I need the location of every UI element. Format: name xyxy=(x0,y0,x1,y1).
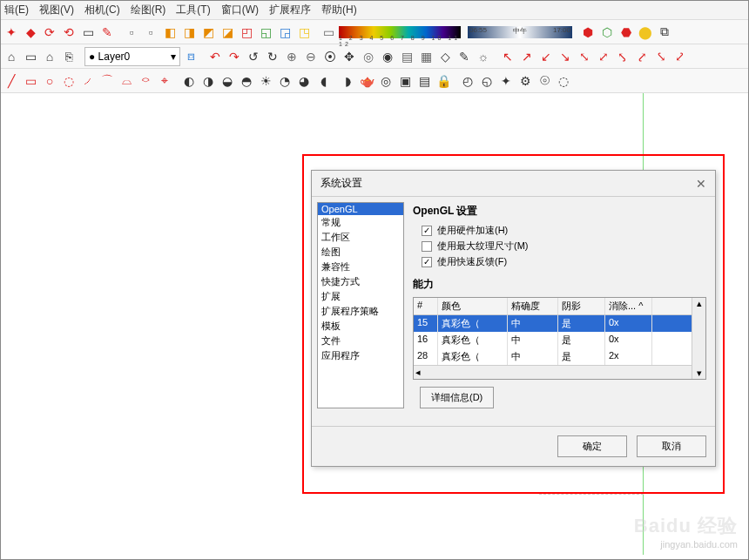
tool-icon[interactable]: ⟲ xyxy=(60,24,78,41)
scroll-left-icon[interactable]: ◂ xyxy=(415,367,421,378)
tool-icon[interactable]: ▤ xyxy=(398,48,415,65)
tool-icon[interactable]: ↗ xyxy=(518,48,536,65)
tool-icon[interactable]: ◓ xyxy=(238,72,255,90)
horizontal-scrollbar[interactable]: ◂ ▸ xyxy=(414,365,705,379)
menu-item[interactable]: 窗口(W) xyxy=(221,3,259,17)
tool-icon[interactable]: ✦ xyxy=(3,24,20,41)
color-gradient[interactable]: 1 2 3 4 5 6 7 8 9 10 11 12 xyxy=(339,26,461,38)
sidebar-item[interactable]: 绘图 xyxy=(318,245,403,260)
tool-icon[interactable]: ◵ xyxy=(478,72,496,90)
tool-icon[interactable]: ◱ xyxy=(257,24,274,41)
tool-icon[interactable]: ◳ xyxy=(295,24,313,41)
tool-icon[interactable]: ◐ xyxy=(180,72,198,90)
tool-icon[interactable]: ◖ xyxy=(314,72,332,90)
tool-icon[interactable]: ▦ xyxy=(417,48,435,65)
tool-icon[interactable]: ◎ xyxy=(360,48,377,65)
tool-icon[interactable]: ⊕ xyxy=(283,48,300,65)
details-button[interactable]: 详细信息(D) xyxy=(420,387,494,408)
col-header[interactable]: 精确度 xyxy=(508,298,558,314)
tool-icon[interactable]: ⧉ xyxy=(656,24,673,41)
scroll-up-icon[interactable]: ▴ xyxy=(697,298,702,309)
tool-icon[interactable]: ⬤ xyxy=(637,24,654,41)
tool-icon[interactable]: ▭ xyxy=(79,24,97,41)
tool-icon[interactable]: ◴ xyxy=(459,72,476,90)
tool-icon[interactable]: ○ xyxy=(41,72,58,90)
tool-icon[interactable]: ⤡ xyxy=(576,48,593,65)
tool-icon[interactable]: ⌒ xyxy=(98,72,116,90)
time-gradient[interactable]: 06:55 中午 17:00 xyxy=(468,26,572,38)
tool-icon[interactable]: ▤ xyxy=(415,72,433,90)
vertical-scrollbar[interactable]: ▴ ▾ xyxy=(692,298,705,379)
sidebar-item[interactable]: 扩展 xyxy=(318,289,403,304)
tool-icon[interactable]: ⤢ xyxy=(595,48,612,65)
tool-icon[interactable]: ⤦ xyxy=(671,48,689,65)
tool-icon[interactable]: ◇ xyxy=(436,48,454,65)
tool-icon[interactable]: ╱ xyxy=(3,72,20,90)
tool-icon[interactable]: ☼ xyxy=(475,48,492,65)
tool-icon[interactable]: ↘ xyxy=(557,48,574,65)
sidebar-item[interactable]: 兼容性 xyxy=(318,260,403,274)
tool-icon[interactable]: ⤥ xyxy=(652,48,670,65)
tool-icon[interactable]: ◎ xyxy=(377,72,395,90)
sidebar-item[interactable]: 常规 xyxy=(318,215,403,230)
tool-icon[interactable]: ⬡ xyxy=(598,24,616,41)
tool-icon[interactable]: ◌ xyxy=(555,72,572,90)
cancel-button[interactable]: 取消 xyxy=(637,435,706,457)
checkbox-row[interactable]: ✓ 使用快速反馈(F) xyxy=(422,255,706,268)
tool-icon[interactable]: ↺ xyxy=(245,48,262,65)
tool-icon[interactable]: ◪ xyxy=(219,24,236,41)
checkbox-icon[interactable]: ✓ xyxy=(422,257,432,267)
tool-icon[interactable]: ▣ xyxy=(396,72,414,90)
dialog-titlebar[interactable]: 系统设置 ✕ xyxy=(312,171,715,197)
tool-icon[interactable]: ↻ xyxy=(264,48,281,65)
tool-icon[interactable]: ✦ xyxy=(497,72,515,90)
tool-icon[interactable]: ⟋ xyxy=(79,72,97,90)
col-header[interactable]: 颜色 xyxy=(438,298,508,314)
tool-icon[interactable]: ◲ xyxy=(276,24,294,41)
sidebar-item[interactable]: OpenGL xyxy=(318,203,403,215)
sidebar-item[interactable]: 快捷方式 xyxy=(318,274,403,289)
tool-icon[interactable]: ◒ xyxy=(219,72,236,90)
ok-button[interactable]: 确定 xyxy=(557,435,627,457)
tool-icon[interactable]: ↙ xyxy=(537,48,555,65)
tool-icon[interactable]: ↷ xyxy=(226,48,243,65)
menu-item[interactable]: 视图(V) xyxy=(39,3,74,17)
tool-icon[interactable]: ▭ xyxy=(22,48,39,65)
sidebar-item[interactable]: 应用程序 xyxy=(318,348,403,363)
tool-icon[interactable]: ⬢ xyxy=(579,24,597,41)
menu-item[interactable]: 绘图(R) xyxy=(131,3,166,17)
tool-icon[interactable]: ⚙ xyxy=(516,72,534,90)
layer-dropdown[interactable]: ● Layer0 ▾ xyxy=(84,47,180,66)
sidebar-item[interactable]: 工作区 xyxy=(318,230,403,245)
tool-icon[interactable]: ⟳ xyxy=(41,24,58,41)
tool-icon[interactable]: ☀ xyxy=(257,72,274,90)
table-row[interactable]: 28 真彩色（ 中 是 2x xyxy=(414,348,705,365)
tool-icon[interactable]: ⌓ xyxy=(118,72,135,90)
scroll-down-icon[interactable]: ▾ xyxy=(697,368,702,379)
tool-icon[interactable]: ◰ xyxy=(238,24,255,41)
tool-icon[interactable]: ⌔ xyxy=(137,72,154,90)
tool-icon[interactable]: ✎ xyxy=(98,24,116,41)
tool-icon[interactable]: ⊖ xyxy=(302,48,320,65)
col-header[interactable]: 阴影 xyxy=(558,298,605,314)
sidebar-item[interactable]: 扩展程序策略 xyxy=(318,304,403,319)
sidebar-item[interactable]: 文件 xyxy=(318,334,403,348)
workspace-canvas[interactable]: 系统设置 ✕ OpenGL 常规 工作区 绘图 兼容性 快捷方式 扩展 扩展程序… xyxy=(1,93,748,555)
tool-icon[interactable]: 🔒 xyxy=(435,72,452,90)
menu-item[interactable]: 相机(C) xyxy=(84,3,120,17)
tool-icon[interactable]: ◌ xyxy=(60,72,78,90)
tool-icon[interactable]: ▫ xyxy=(123,24,140,41)
tool-icon[interactable]: ▭ xyxy=(22,72,39,90)
close-icon[interactable]: ✕ xyxy=(696,177,706,191)
tool-icon[interactable]: ⤤ xyxy=(633,48,651,65)
tool-icon[interactable]: ⬣ xyxy=(617,24,635,41)
tool-icon[interactable]: ↖ xyxy=(499,48,516,65)
menu-item[interactable]: 工具(T) xyxy=(176,3,210,17)
tool-icon[interactable]: ◆ xyxy=(22,24,39,41)
tool-icon[interactable]: ◔ xyxy=(276,72,294,90)
checkbox-row[interactable]: ✓ 使用硬件加速(H) xyxy=(422,224,706,237)
tool-icon[interactable]: ▫ xyxy=(142,24,159,41)
table-row[interactable]: 16 真彩色（ 中 是 0x xyxy=(414,332,705,348)
tool-icon[interactable]: ⎘ xyxy=(60,48,78,65)
tool-icon[interactable]: ✥ xyxy=(341,48,358,65)
